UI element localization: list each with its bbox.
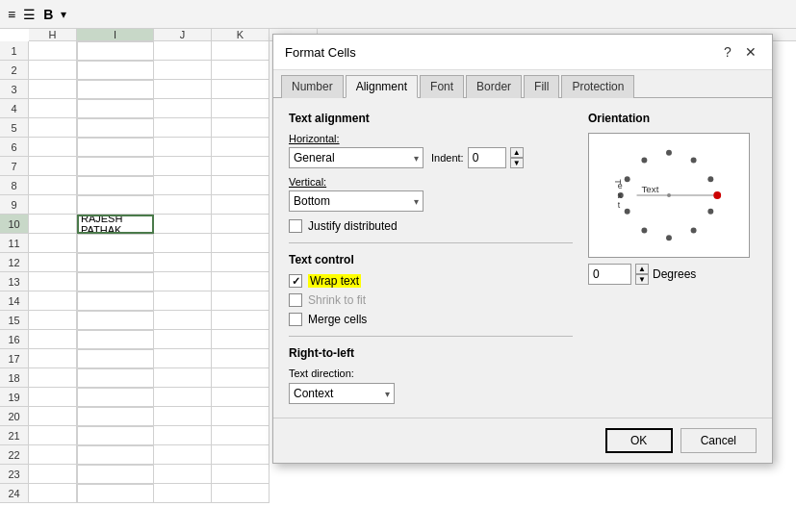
direction-arrow: ▾: [385, 389, 390, 399]
horizontal-arrow: ▾: [414, 153, 419, 164]
ok-button[interactable]: OK: [605, 428, 673, 453]
wrap-text-label: Wrap text: [308, 274, 361, 288]
align-icon[interactable]: ☰: [23, 7, 36, 22]
orientation-box[interactable]: T e x t Text: [588, 133, 750, 258]
tab-number[interactable]: Number: [281, 75, 344, 98]
dialog-footer: OK Cancel: [273, 418, 772, 463]
vertical-arrow: ▾: [414, 196, 419, 207]
vertical-value: Bottom: [294, 194, 330, 208]
cancel-button[interactable]: Cancel: [680, 428, 757, 453]
col-header-k: K: [212, 29, 270, 40]
svg-text:t: t: [618, 200, 621, 210]
wrap-text-check: ✓: [292, 275, 300, 288]
merge-cells-row: Merge cells: [289, 313, 573, 326]
merge-cells-checkbox[interactable]: [289, 313, 302, 326]
tab-bar: Number Alignment Font Border Fill Protec…: [273, 70, 772, 98]
table-row[interactable]: [29, 484, 796, 503]
row-numbers: 1 2 3 4 5 6 7 8 9 10 11 12 13 14 15 16 1…: [0, 41, 29, 503]
svg-point-7: [666, 235, 672, 241]
degrees-up[interactable]: ▲: [635, 264, 649, 274]
indent-down[interactable]: ▼: [510, 158, 524, 168]
orientation-title: Orientation: [588, 112, 757, 125]
help-button[interactable]: ?: [718, 42, 737, 62]
horizontal-label: Horizontal:: [289, 133, 573, 144]
shrink-to-fit-checkbox[interactable]: [289, 293, 302, 307]
orientation-svg: T e x t Text: [589, 134, 749, 257]
justify-distributed-label: Justify distributed: [308, 219, 398, 233]
col-header-j: J: [154, 29, 212, 40]
horizontal-value: General: [294, 151, 335, 165]
toolbar: ≡ ☰ B ▾: [0, 0, 796, 29]
tab-font[interactable]: Font: [420, 75, 464, 98]
svg-point-6: [691, 227, 697, 233]
dropdown-icon[interactable]: ▾: [61, 8, 66, 21]
shrink-to-fit-label: Shrink to fit: [308, 293, 366, 307]
svg-point-11: [625, 176, 630, 182]
justify-distributed-row: Justify distributed: [289, 219, 573, 233]
indent-up[interactable]: ▲: [510, 147, 524, 158]
table-row[interactable]: [29, 465, 796, 484]
svg-point-8: [641, 227, 647, 233]
vertical-select[interactable]: Bottom ▾: [289, 190, 424, 212]
horizontal-row: General ▾ Indent: ▲ ▼: [289, 147, 573, 168]
vertical-row: Bottom ▾: [289, 190, 573, 212]
menu-icon[interactable]: ≡: [8, 7, 15, 22]
shrink-to-fit-row: Shrink to fit: [289, 293, 573, 307]
text-direction-value: Context: [294, 387, 333, 400]
tab-fill[interactable]: Fill: [524, 75, 559, 98]
bold-icon[interactable]: B: [43, 7, 53, 22]
merge-cells-label: Merge cells: [308, 313, 367, 326]
indent-spinner: ▲ ▼: [510, 147, 524, 168]
wrap-text-checkbox[interactable]: ✓: [289, 274, 302, 288]
degrees-input[interactable]: [588, 264, 631, 285]
degrees-label: Degrees: [653, 267, 696, 281]
indent-row: Indent: ▲ ▼: [431, 147, 524, 168]
justify-distributed-checkbox[interactable]: [289, 219, 302, 233]
svg-point-18: [713, 191, 721, 199]
wrap-text-highlight: Wrap text: [308, 274, 361, 288]
indent-input[interactable]: [468, 147, 506, 168]
svg-point-12: [641, 158, 647, 164]
tab-alignment[interactable]: Alignment: [346, 75, 418, 98]
horizontal-select[interactable]: General ▾: [289, 147, 424, 168]
tab-border[interactable]: Border: [466, 75, 522, 98]
text-alignment-title: Text alignment: [289, 112, 573, 125]
svg-point-5: [707, 209, 713, 215]
svg-point-2: [691, 158, 697, 164]
indent-label: Indent:: [431, 152, 464, 164]
svg-text:e: e: [618, 181, 623, 190]
text-direction-select[interactable]: Context ▾: [289, 383, 395, 404]
format-cells-dialog: Format Cells ? ✕ Number Alignment Font B…: [272, 34, 773, 464]
degrees-row: ▲ ▼ Degrees: [588, 264, 757, 285]
dialog-titlebar: Format Cells ? ✕: [273, 35, 772, 70]
vertical-label: Vertical:: [289, 176, 573, 188]
svg-point-3: [707, 176, 713, 182]
degrees-down[interactable]: ▼: [635, 274, 649, 285]
right-panel: Orientation: [588, 112, 757, 404]
svg-text:x: x: [618, 190, 623, 200]
divider2: [289, 336, 573, 337]
svg-point-9: [625, 209, 630, 215]
left-panel: Text alignment Horizontal: General ▾ Ind…: [289, 112, 573, 404]
text-control-title: Text control: [289, 253, 573, 266]
rtl-title: Right-to-left: [289, 346, 573, 360]
col-header-i: I: [77, 29, 154, 40]
divider1: [289, 242, 573, 243]
svg-text:Text: Text: [641, 184, 658, 194]
close-button[interactable]: ✕: [741, 42, 760, 62]
tab-protection[interactable]: Protection: [561, 75, 634, 98]
direction-select-row: Context ▾: [289, 383, 573, 404]
col-header-h: H: [29, 29, 77, 40]
cell-value-rajesh: RAJESH PATHAK: [81, 215, 150, 234]
degrees-spinner: ▲ ▼: [635, 264, 649, 285]
svg-point-1: [666, 150, 672, 156]
dialog-title: Format Cells: [285, 45, 356, 60]
wrap-text-row: ✓ Wrap text: [289, 274, 573, 288]
dialog-controls: ? ✕: [718, 42, 760, 62]
dialog-content: Text alignment Horizontal: General ▾ Ind…: [273, 98, 772, 418]
text-direction-label: Text direction:: [289, 367, 573, 379]
